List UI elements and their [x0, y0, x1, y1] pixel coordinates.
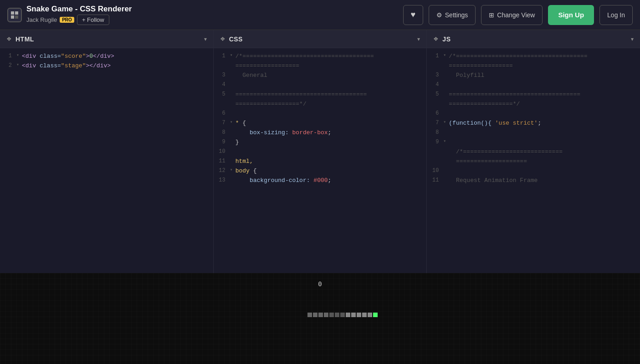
- code-line: ====================: [427, 157, 640, 167]
- settings-label: Settings: [445, 11, 468, 19]
- code-line: 11 html,: [214, 157, 427, 167]
- snake-segment: [307, 313, 312, 317]
- snake-segment: [362, 313, 367, 317]
- code-line: /*============================: [427, 147, 640, 157]
- code-line: 3 General: [214, 71, 427, 81]
- css-panel-icon: ❖: [220, 35, 225, 42]
- change-view-button[interactable]: ⊞ Change View: [481, 5, 543, 25]
- code-line: 5 =====================================: [427, 90, 640, 100]
- html-panel-header: ❖ HTML ▾: [0, 30, 213, 48]
- snake-segment: [357, 313, 361, 317]
- snake-container: [0, 273, 640, 364]
- title-area: Snake Game - CSS Renderer Jack Rugile PR…: [26, 5, 132, 25]
- snake-segment: [313, 313, 317, 317]
- svg-rect-0: [11, 11, 14, 15]
- js-panel-header-left: ❖ JS: [433, 35, 451, 43]
- snake-segment: [340, 313, 345, 317]
- css-code-area[interactable]: 1 ▾ /*==================================…: [214, 48, 427, 273]
- heart-button[interactable]: ♥: [403, 5, 423, 25]
- code-line: 8: [427, 128, 640, 138]
- code-line: 7 ▾ (function(){ 'use strict';: [427, 119, 640, 128]
- code-line: 4: [214, 81, 427, 90]
- view-icon: ⊞: [489, 11, 494, 19]
- snake-segment: [318, 313, 323, 317]
- app-title: Snake Game - CSS Renderer: [26, 5, 132, 14]
- code-line: 1 ▾ /*==================================…: [427, 52, 640, 61]
- settings-button[interactable]: ⚙ Settings: [429, 5, 476, 25]
- svg-rect-3: [15, 15, 18, 19]
- html-panel-title: HTML: [15, 35, 34, 43]
- snake-segment: [346, 313, 350, 317]
- code-line: 4: [427, 81, 640, 90]
- code-line: 7 ▾ * {: [214, 119, 427, 128]
- code-line: 8 box-sizing: border-box;: [214, 128, 427, 138]
- code-line: 12 ▾ body {: [214, 167, 427, 176]
- css-panel-title: CSS: [229, 35, 243, 43]
- pro-badge: PRO: [60, 17, 74, 23]
- snake-head: [373, 313, 378, 317]
- html-panel-header-left: ❖ HTML: [6, 35, 34, 43]
- header: Snake Game - CSS Renderer Jack Rugile PR…: [0, 0, 640, 30]
- code-line: 1 ▾ /*==================================…: [214, 52, 427, 61]
- js-code-area[interactable]: 1 ▾ /*==================================…: [427, 48, 640, 273]
- logo-icon: [7, 8, 22, 22]
- author-row: Jack Rugile PRO + Follow: [26, 15, 132, 25]
- follow-button[interactable]: + Follow: [77, 15, 109, 25]
- snake-segment: [324, 313, 328, 317]
- js-panel-title: JS: [442, 35, 451, 43]
- heart-icon: ♥: [410, 10, 415, 20]
- code-line: 2 ▾ <div class="stage"></div>: [0, 61, 213, 71]
- snake-segment: [335, 313, 339, 317]
- snake-segment: [329, 313, 334, 317]
- code-line: ==================*/: [427, 100, 640, 109]
- login-button[interactable]: Log In: [599, 5, 633, 25]
- snake-segment: [351, 313, 356, 317]
- code-line: ==================: [214, 61, 427, 71]
- code-line: 9 ▾: [427, 138, 640, 147]
- html-panel-icon: ❖: [6, 35, 12, 42]
- css-panel: ❖ CSS ▾ 1 ▾ /*==========================…: [214, 30, 427, 273]
- code-line: 10: [427, 167, 640, 176]
- code-line: 9 }: [214, 138, 427, 147]
- logo-area: Snake Game - CSS Renderer Jack Rugile PR…: [7, 5, 132, 25]
- code-line: 6: [427, 109, 640, 119]
- svg-rect-2: [11, 15, 14, 19]
- code-line: 10: [214, 147, 427, 157]
- html-panel-chevron[interactable]: ▾: [204, 36, 207, 42]
- html-code-area[interactable]: 1 ▾ <div class="score">0</div> 2 ▾ <div …: [0, 48, 213, 273]
- code-line: 3 Polyfill: [427, 71, 640, 81]
- css-panel-header-left: ❖ CSS: [220, 35, 243, 43]
- code-line: 11 Request Animation Frame: [427, 176, 640, 186]
- js-panel: ❖ JS ▾ 1 ▾ /*===========================…: [427, 30, 640, 273]
- code-line: 1 ▾ <div class="score">0</div>: [0, 52, 213, 61]
- editor-area: ❖ HTML ▾ 1 ▾ <div class="score">0</div> …: [0, 30, 640, 273]
- code-line: 5 =====================================: [214, 90, 427, 100]
- css-panel-header: ❖ CSS ▾: [214, 30, 427, 48]
- css-panel-chevron[interactable]: ▾: [417, 36, 420, 42]
- change-view-label: Change View: [497, 11, 535, 19]
- preview-area: 0: [0, 273, 640, 364]
- code-line: ==================: [427, 61, 640, 71]
- code-line: 6: [214, 109, 427, 119]
- author-name: Jack Rugile: [26, 16, 57, 23]
- signup-button[interactable]: Sign Up: [548, 5, 594, 25]
- snake-segment: [368, 313, 372, 317]
- code-line: ==================*/: [214, 100, 427, 109]
- svg-rect-1: [15, 11, 18, 15]
- gear-icon: ⚙: [436, 11, 442, 19]
- js-panel-header: ❖ JS ▾: [427, 30, 640, 48]
- html-panel: ❖ HTML ▾ 1 ▾ <div class="score">0</div> …: [0, 30, 214, 273]
- code-line: 13 background-color: #000;: [214, 176, 427, 186]
- js-panel-icon: ❖: [433, 35, 439, 42]
- js-panel-chevron[interactable]: ▾: [631, 36, 634, 42]
